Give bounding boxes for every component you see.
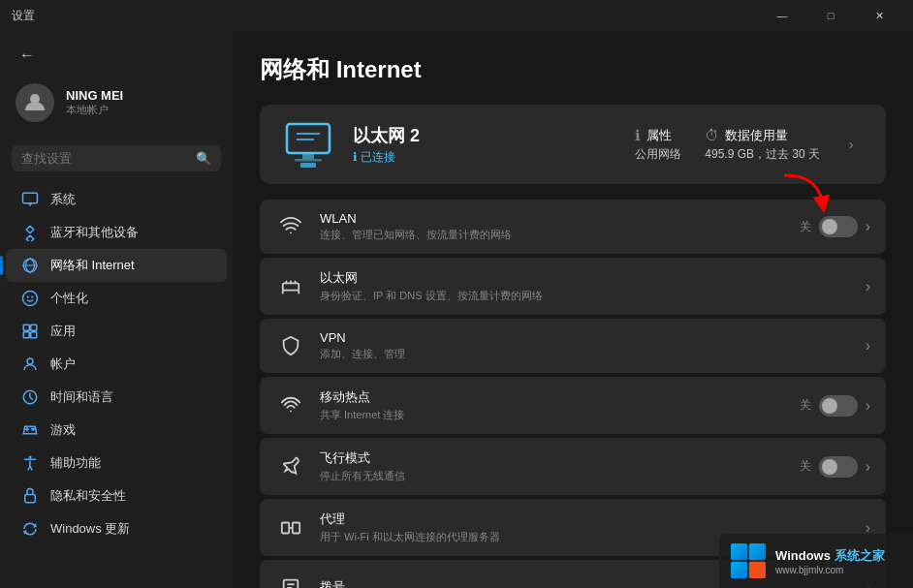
chevron-airplane: ›	[866, 458, 870, 476]
svg-rect-7	[23, 325, 29, 330]
user-profile[interactable]: NING MEI 本地帐户	[0, 72, 233, 134]
nav-label-accounts: 帐户	[50, 356, 76, 373]
toggle-wlan[interactable]	[819, 216, 858, 237]
sidebar-item-windows_update[interactable]: Windows 更新	[6, 512, 227, 545]
nav-label-personalize: 个性化	[50, 290, 88, 307]
text-vpn: VPN 添加、连接、管理	[320, 330, 852, 361]
svg-rect-25	[282, 522, 289, 533]
svg-point-6	[31, 295, 33, 297]
icon-vpn	[275, 330, 306, 361]
network-details: ℹ 属性 公用网络 ⏱ 数据使用量 495.9 GB，过去 30 天	[635, 127, 820, 163]
toggle-label-airplane: 关	[800, 458, 811, 475]
nav-label-datetime: 时间和语言	[50, 388, 113, 406]
title-vpn: VPN	[320, 330, 852, 345]
nav-icon-personalize	[21, 290, 39, 307]
settings-item-airplane[interactable]: 飞行模式 停止所有无线通信 关 ›	[260, 438, 886, 495]
network-card[interactable]: 以太网 2 ℹ 已连接 ℹ 属性 公用网络 ⏱ 数据使用	[260, 105, 886, 184]
back-button[interactable]: ←	[12, 43, 43, 68]
nav-label-gaming: 游戏	[50, 421, 76, 439]
nav-icon-gaming	[21, 421, 39, 439]
icon-ethernet	[275, 271, 306, 302]
settings-item-ethernet[interactable]: 以太网 身份验证、IP 和 DNS 设置、按流量计费的网络 ›	[260, 258, 886, 315]
minimize-button[interactable]: —	[760, 0, 804, 31]
sidebar-item-personalize[interactable]: 个性化	[6, 282, 227, 315]
right-wlan: 关 ›	[800, 216, 870, 237]
search-bar[interactable]: 🔍	[12, 145, 221, 171]
sidebar-item-network[interactable]: 网络和 Internet	[6, 249, 227, 282]
svg-rect-32	[749, 543, 766, 560]
svg-point-5	[27, 295, 29, 297]
desc-hotspot: 共享 Internet 连接	[320, 408, 786, 422]
toggle-airplane[interactable]	[819, 456, 858, 478]
sidebar-item-system[interactable]: 系统	[6, 183, 227, 216]
nav-label-accessibility: 辅助功能	[50, 454, 101, 472]
text-wlan: WLAN 连接、管理已知网络、按流量计费的网络	[320, 211, 786, 242]
close-button[interactable]: ✕	[857, 0, 901, 31]
chevron-vpn: ›	[866, 337, 870, 355]
desc-vpn: 添加、连接、管理	[320, 347, 852, 361]
svg-rect-14	[25, 495, 36, 503]
properties-detail[interactable]: ℹ 属性 公用网络	[635, 127, 681, 163]
account-type: 本地帐户	[66, 103, 123, 117]
sidebar-item-bluetooth[interactable]: 蓝牙和其他设备	[6, 216, 227, 249]
icon-dialup	[275, 572, 306, 588]
nav-label-windows_update: Windows 更新	[50, 520, 130, 538]
network-name-info: 以太网 2 ℹ 已连接	[353, 124, 619, 166]
desc-wlan: 连接、管理已知网络、按流量计费的网络	[320, 228, 786, 242]
title-ethernet: 以太网	[320, 269, 852, 287]
settings-item-vpn[interactable]: VPN 添加、连接、管理 ›	[260, 319, 886, 373]
watermark-text: Windows 系统之家 www.bjjmlv.com	[775, 547, 885, 575]
nav-icon-system	[21, 191, 39, 208]
svg-rect-22	[283, 283, 299, 290]
title-proxy: 代理	[320, 511, 852, 528]
data-usage-value: 495.9 GB，过去 30 天	[705, 146, 820, 163]
windows-logo	[731, 543, 766, 578]
maximize-button[interactable]: □	[808, 0, 853, 31]
sidebar-item-accessibility[interactable]: 辅助功能	[6, 447, 227, 480]
app-body: ← NING MEI 本地帐户 🔍 系统	[0, 31, 913, 588]
search-input[interactable]	[21, 151, 188, 166]
svg-rect-9	[23, 332, 29, 338]
sidebar-item-apps[interactable]: 应用	[6, 315, 227, 348]
username: NING MEI	[66, 88, 123, 103]
nav-icon-windows_update	[21, 520, 39, 538]
svg-rect-1	[23, 193, 38, 203]
icon-proxy	[275, 512, 306, 543]
data-usage-detail[interactable]: ⏱ 数据使用量 495.9 GB，过去 30 天	[705, 127, 820, 163]
chevron-wlan: ›	[866, 218, 870, 235]
sidebar-item-datetime[interactable]: 时间和语言	[6, 381, 227, 414]
chevron-hotspot: ›	[866, 397, 870, 415]
sidebar-item-accounts[interactable]: 帐户	[6, 348, 227, 381]
watermark: Windows 系统之家 www.bjjmlv.com	[719, 534, 913, 588]
title-airplane: 飞行模式	[320, 449, 786, 467]
nav-icon-accessibility	[21, 454, 39, 472]
nav-icon-bluetooth	[21, 224, 39, 241]
nav-label-apps: 应用	[50, 323, 76, 340]
icon-wlan	[275, 211, 306, 242]
nav-label-bluetooth: 蓝牙和其他设备	[50, 224, 139, 241]
sidebar-item-privacy[interactable]: 隐私和安全性	[6, 480, 227, 512]
avatar	[16, 83, 54, 122]
network-card-chevron[interactable]: ›	[835, 129, 866, 160]
desc-airplane: 停止所有无线通信	[320, 469, 786, 483]
right-ethernet: ›	[866, 278, 870, 295]
desc-ethernet: 身份验证、IP 和 DNS 设置、按流量计费的网络	[320, 289, 852, 303]
toggle-hotspot[interactable]	[819, 395, 858, 417]
user-info: NING MEI 本地帐户	[66, 88, 123, 117]
properties-sub: 公用网络	[635, 146, 681, 163]
network-name: 以太网 2	[353, 124, 619, 147]
nav-list: 系统 蓝牙和其他设备 网络和 Internet 个性化 应用 帐户 时间和语言	[0, 183, 233, 545]
content-area: 网络和 Internet 以太网 2	[233, 31, 913, 588]
sidebar-item-gaming[interactable]: 游戏	[6, 414, 227, 447]
settings-item-hotspot[interactable]: 移动热点 共享 Internet 连接 关 ›	[260, 377, 886, 434]
settings-item-wlan[interactable]: WLAN 连接、管理已知网络、按流量计费的网络 关 ›	[260, 200, 886, 254]
svg-point-11	[27, 358, 33, 364]
svg-point-13	[29, 456, 32, 459]
settings-list: WLAN 连接、管理已知网络、按流量计费的网络 关 › 以太网 身份验证、IP …	[260, 200, 886, 588]
icon-hotspot	[275, 390, 306, 421]
svg-rect-34	[749, 562, 766, 578]
toggle-label-hotspot: 关	[800, 397, 811, 414]
right-hotspot: 关 ›	[800, 395, 870, 417]
svg-rect-33	[731, 562, 747, 578]
text-hotspot: 移动热点 共享 Internet 连接	[320, 388, 786, 422]
